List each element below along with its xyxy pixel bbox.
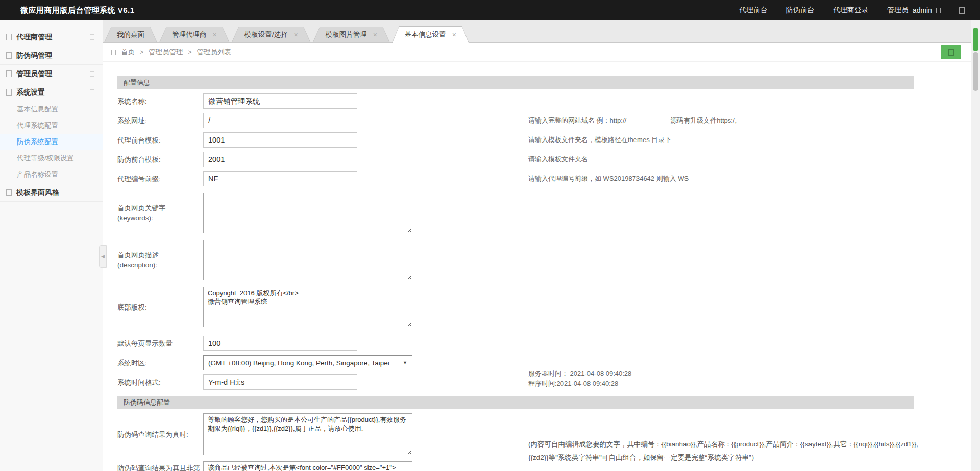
user-role-label: 管理员 xyxy=(887,6,909,15)
tab-manage-agents[interactable]: 管理代理商 × xyxy=(159,27,230,42)
expand-icon xyxy=(90,89,94,95)
form-row-anticode-template: 防伪前台模板: 请输入模板文件夹名 xyxy=(117,152,914,167)
tab-label: 我的桌面 xyxy=(117,30,144,39)
tab-template-select[interactable]: 模板设置/选择 × xyxy=(232,27,311,42)
timezone-select[interactable]: (GMT +08:00) Beijing, Hong Kong, Perth, … xyxy=(203,355,412,370)
result-true-textarea[interactable]: 尊敬的顾客您好，您购买的是本公司生产的产品{{product}},有效服务期限为… xyxy=(203,413,412,455)
field-label: 代理前台模板: xyxy=(117,135,203,145)
breadcrumb-bar: 首页 > 管理员管理 > 管理员列表 xyxy=(103,43,980,62)
main-area: 我的桌面 管理代理商 × 模板设置/选择 × 模板图片管理 × 基本信息设置 × xyxy=(103,20,980,471)
form-row-keywords: 首页网页关键字 (keywords): xyxy=(117,193,914,233)
sidebar-item-label: 防伪码管理 xyxy=(16,51,52,60)
agent-frontend-link[interactable]: 代理前台 xyxy=(739,6,768,15)
tab-bar: 我的桌面 管理代理商 × 模板设置/选择 × 模板图片管理 × 基本信息设置 × xyxy=(103,20,980,43)
agent-template-input[interactable] xyxy=(203,132,357,148)
sidebar-item-anticode-management[interactable]: 防伪码管理 xyxy=(0,46,103,64)
app-title: 微应用商用版后台管理系统 V6.1 xyxy=(20,6,135,15)
menu-icon xyxy=(6,89,12,96)
breadcrumb-admin-list[interactable]: 管理员列表 xyxy=(197,48,232,57)
scrollbar-thumb[interactable] xyxy=(973,52,978,91)
caret-down-icon xyxy=(936,8,941,13)
form-row-copyright: 底部版权: Copyright 2016 版权所有</br> 微营销查询管理系统 xyxy=(117,287,914,327)
user-name: admin xyxy=(913,6,932,14)
sidebar-item-product-name-config[interactable]: 产品名称设置 xyxy=(0,167,103,183)
field-label: 防伪码查询结果为真时: xyxy=(117,430,203,439)
menu-icon xyxy=(6,52,12,59)
template-vars-hint: (内容可自由编辑成您要的文字，其中编号：{{bianhao}},产品名称：{{p… xyxy=(528,438,922,464)
breadcrumb-home[interactable]: 首页 xyxy=(121,48,135,57)
sidebar-item-template-ui-style[interactable]: 模板界面风格 xyxy=(0,183,103,201)
agent-prefix-input[interactable] xyxy=(203,171,357,186)
page-size-input[interactable] xyxy=(203,336,357,351)
site-url-input[interactable] xyxy=(203,113,357,128)
close-icon[interactable]: × xyxy=(373,31,377,38)
sidebar-collapse-button[interactable]: ◀ xyxy=(99,245,107,268)
anticode-frontend-link[interactable]: 防伪前台 xyxy=(786,6,815,15)
expand-icon xyxy=(90,34,94,40)
field-label: 防伪码查询结果为真且非第 xyxy=(117,461,203,471)
settings-form: 配置信息 系统名称: 系统网址: 请输入完整的网站域名 例：http://源码有… xyxy=(103,62,980,471)
tab-my-desktop[interactable]: 我的桌面 xyxy=(104,27,157,42)
form-row-site-url: 系统网址: 请输入完整的网站域名 例：http://源码有升级文件https:/… xyxy=(117,113,914,128)
refresh-icon xyxy=(948,49,954,56)
menu-icon xyxy=(6,189,12,196)
form-row-time-format: 系统时间格式: 服务器时间： 2021-04-08 09:40:28 程序时间:… xyxy=(117,374,914,390)
form-row-result-true: 防伪码查询结果为真时: 尊敬的顾客您好，您购买的是本公司生产的产品{{produ… xyxy=(117,413,914,455)
field-label: 底部版权: xyxy=(117,302,203,312)
form-row-description: 首页网页描述 (description): xyxy=(117,240,914,280)
expand-icon xyxy=(90,71,94,77)
collapse-arrow-icon: ◀ xyxy=(101,254,105,259)
close-icon[interactable]: × xyxy=(293,31,298,38)
sidebar-item-agent-level-permission[interactable]: 代理等级/权限设置 xyxy=(0,150,103,167)
sidebar-item-agent-management[interactable]: 代理商管理 xyxy=(0,28,103,46)
vertical-scrollbar[interactable] xyxy=(971,20,980,471)
sidebar-item-label: 系统设置 xyxy=(16,88,45,97)
tab-basic-info-settings[interactable]: 基本信息设置 × xyxy=(392,26,469,43)
close-icon[interactable]: × xyxy=(452,31,456,38)
menu-icon xyxy=(6,70,12,77)
sidebar-item-label: 代理商管理 xyxy=(16,33,52,42)
apps-icon[interactable] xyxy=(959,7,965,14)
result-repeat-textarea[interactable]: 该商品已经被查询过,本次是第<font color="#FF0000" size… xyxy=(203,461,412,471)
topbar: 微应用商用版后台管理系统 V6.1 代理前台 防伪前台 代理商登录 管理员 ad… xyxy=(0,0,980,20)
home-icon xyxy=(111,50,116,55)
scrollbar-accent xyxy=(973,28,978,51)
breadcrumb-separator: > xyxy=(140,49,143,56)
tab-label: 模板图片管理 xyxy=(326,30,367,39)
form-row-page-size: 默认每页显示数量 xyxy=(117,336,914,351)
sidebar-item-admin-management[interactable]: 管理员管理 xyxy=(0,64,103,83)
keywords-textarea[interactable] xyxy=(203,193,412,233)
server-time-hint: 服务器时间： 2021-04-08 09:40:28 程序时间:2021-04-… xyxy=(528,369,631,388)
sidebar-item-label: 管理员管理 xyxy=(16,69,52,79)
section-header-anticode-info: 防伪码信息配置 xyxy=(117,396,914,409)
tab-template-images[interactable]: 模板图片管理 × xyxy=(313,27,390,42)
close-icon[interactable]: × xyxy=(213,31,217,38)
sidebar-item-system-settings[interactable]: 系统设置 xyxy=(0,83,103,101)
copyright-textarea[interactable]: Copyright 2016 版权所有</br> 微营销查询管理系统 xyxy=(203,287,412,327)
breadcrumb-admin-management[interactable]: 管理员管理 xyxy=(149,48,183,57)
user-menu[interactable]: 管理员 admin xyxy=(887,6,941,15)
agent-login-link[interactable]: 代理商登录 xyxy=(833,6,869,15)
refresh-button[interactable] xyxy=(941,45,961,59)
sidebar-item-basic-info-config[interactable]: 基本信息配置 xyxy=(0,101,103,117)
field-label: 系统网址: xyxy=(117,116,203,126)
expand-icon xyxy=(90,190,94,195)
field-label: 系统时区: xyxy=(117,358,203,368)
anticode-template-input[interactable] xyxy=(203,152,357,167)
field-hint: 请输入完整的网站域名 例：http://源码有升级文件https:/, xyxy=(528,116,737,125)
shell: 代理商管理 防伪码管理 管理员管理 系统设置 基本信息配置 代理系统配置 防伪系… xyxy=(0,20,980,471)
sidebar-item-label: 模板界面风格 xyxy=(16,188,59,197)
system-name-input[interactable] xyxy=(203,93,357,109)
time-format-input[interactable] xyxy=(203,374,357,390)
field-label: 系统时间格式: xyxy=(117,378,203,387)
field-label: 首页网页描述 (description): xyxy=(117,250,203,270)
sidebar-item-anticode-system-config[interactable]: 防伪系统配置 xyxy=(0,134,103,150)
field-label: 系统名称: xyxy=(117,97,203,106)
breadcrumb-separator: > xyxy=(188,49,192,56)
divider xyxy=(0,201,103,202)
sidebar-item-agent-system-config[interactable]: 代理系统配置 xyxy=(0,117,103,134)
breadcrumb: 首页 > 管理员管理 > 管理员列表 xyxy=(111,48,231,57)
timezone-selected-value: (GMT +08:00) Beijing, Hong Kong, Perth, … xyxy=(208,359,389,367)
field-label: 首页网页关键字 (keywords): xyxy=(117,203,203,223)
description-textarea[interactable] xyxy=(203,240,412,280)
